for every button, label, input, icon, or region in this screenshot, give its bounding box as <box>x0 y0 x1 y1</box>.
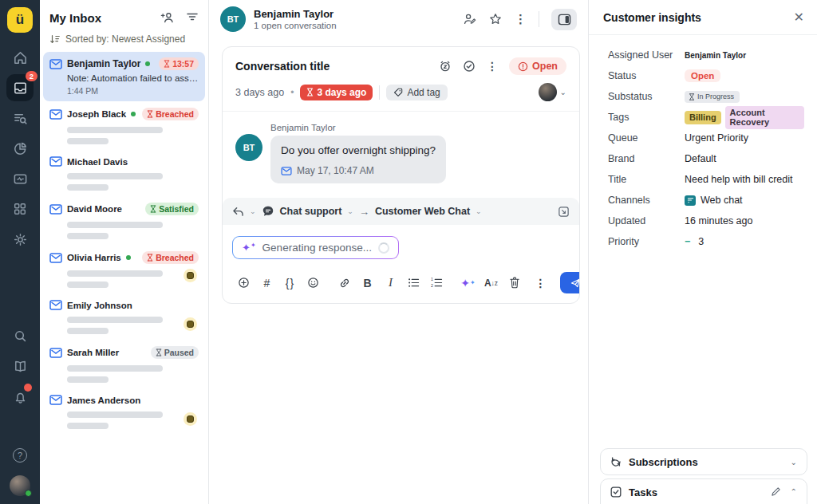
chevron-down-icon[interactable]: ⌄ <box>347 207 353 215</box>
list-item[interactable]: Michael Davis <box>43 151 205 196</box>
hashtag-icon[interactable]: # <box>255 274 278 293</box>
variables-icon[interactable]: {} <box>278 274 302 293</box>
chevron-down-icon[interactable]: ⌄ <box>476 207 482 215</box>
composer-menu-icon[interactable]: ⋮ <box>529 274 552 293</box>
sort-icon[interactable] <box>49 33 61 45</box>
substatus-badge[interactable]: In Progress <box>685 91 740 103</box>
priority-value: 3 <box>698 236 704 247</box>
tasks-label: Tasks <box>629 486 764 498</box>
list-item[interactable]: James Anderson <box>43 389 205 435</box>
list-item[interactable]: David Moore Satisfied <box>43 197 205 245</box>
italic-icon[interactable]: I <box>379 274 402 293</box>
field-label: Brand <box>608 153 685 164</box>
edit-pencil-icon[interactable] <box>771 486 781 497</box>
knowledge-book-icon[interactable] <box>6 352 34 380</box>
assign-user-icon[interactable] <box>462 12 476 26</box>
reports-pie-icon[interactable] <box>6 135 34 162</box>
field-label: Assigned User <box>608 49 685 61</box>
add-person-icon[interactable] <box>160 10 175 25</box>
field-label: Tags <box>608 112 685 123</box>
preview-note: Note: Automation failed to assign... <box>67 73 199 83</box>
side-panel-toggle[interactable] <box>551 9 577 30</box>
chevron-down-icon[interactable]: ⌄ <box>791 458 797 467</box>
statistics-icon[interactable] <box>6 165 34 192</box>
settings-gear-icon[interactable] <box>6 226 34 253</box>
expand-composer-icon[interactable] <box>558 206 570 218</box>
global-search-icon[interactable] <box>6 322 34 349</box>
add-tag-button[interactable]: Add tag <box>386 85 447 100</box>
gold-emoji-badge <box>184 269 197 282</box>
inbox-icon[interactable]: 2 <box>6 74 34 101</box>
close-icon[interactable]: ✕ <box>794 10 804 25</box>
star-icon[interactable] <box>488 12 503 26</box>
more-options-icon[interactable]: ⋮ <box>515 12 527 26</box>
assignee-selector[interactable]: ⌄ <box>539 83 566 101</box>
divider <box>379 85 380 100</box>
ai-generating-indicator[interactable]: ✦✦ Generating response... <box>232 236 399 259</box>
bold-icon[interactable]: B <box>356 274 379 293</box>
list-item[interactable]: Emily Johnson <box>43 294 205 340</box>
tag-billing[interactable]: Billing <box>685 111 721 124</box>
envelope-icon <box>49 109 62 120</box>
tasks-card[interactable]: Tasks ⌃ <box>600 478 807 504</box>
bullet-list-icon[interactable] <box>402 274 425 293</box>
sorted-by-label: Sorted by: Newest Assigned <box>65 33 185 45</box>
destination-select[interactable]: Customer Web Chat <box>375 206 470 217</box>
field-row: Status Open <box>608 65 804 86</box>
refresh-icon <box>610 456 622 467</box>
generating-label: Generating response... <box>262 242 372 254</box>
snooze-icon[interactable] <box>439 60 452 73</box>
send-button[interactable]: Send <box>560 272 580 293</box>
nav-rail: ü 2 <box>0 0 40 504</box>
field-label: Substatus <box>608 91 685 102</box>
contact-name: Michael Davis <box>67 157 128 167</box>
brand-logo[interactable]: ü <box>7 7 33 33</box>
emoji-icon[interactable] <box>302 274 325 293</box>
subscriptions-label: Subscriptions <box>629 456 783 468</box>
composer-toolbar: # {} B I 12 ✦✦ A↓z <box>223 266 579 303</box>
brand-value: Default <box>685 153 716 164</box>
customer-name: Benjamin Taylor <box>254 8 337 21</box>
app-window: ü 2 <box>0 0 817 504</box>
contact-name: Joseph Black <box>67 109 126 119</box>
numbered-list-icon[interactable]: 12 <box>425 274 448 293</box>
status-open-pill[interactable]: Open <box>509 57 566 75</box>
list-item[interactable]: Benjamin Taylor 13:57 Note: Automation f… <box>43 52 205 101</box>
help-icon[interactable]: ? <box>6 442 34 469</box>
gold-emoji-badge <box>184 317 197 331</box>
list-item[interactable]: Olivia Harris Breached <box>43 246 205 293</box>
reply-arrow-icon[interactable] <box>232 207 244 217</box>
field-row: Assigned User Benjamin Taylor <box>608 45 804 65</box>
translate-icon[interactable]: A↓z <box>480 274 503 293</box>
home-icon[interactable] <box>6 44 34 71</box>
conversation-title: Conversation title <box>235 60 439 73</box>
field-row: Priority −3 <box>608 231 804 252</box>
tag-account-recovery[interactable]: Account Recovery <box>725 106 804 129</box>
ai-assist-icon[interactable]: ✦✦ <box>456 274 480 293</box>
status-open-badge[interactable]: Open <box>685 69 720 82</box>
conversation-menu-icon[interactable]: ⋮ <box>487 60 498 73</box>
search-conversations-icon[interactable] <box>6 104 34 132</box>
link-icon[interactable] <box>333 274 356 293</box>
list-item[interactable]: Joseph Black Breached <box>43 102 205 150</box>
field-row: Queue Urgent Priority <box>608 128 804 148</box>
updated-value: 16 minutes ago <box>685 215 752 226</box>
insert-plus-icon[interactable] <box>232 274 255 293</box>
filter-icon[interactable] <box>186 10 199 25</box>
notifications-bell-icon[interactable] <box>6 383 34 410</box>
field-row: Channels Web chat <box>608 190 804 211</box>
list-item[interactable]: Sarah Miller Paused <box>43 341 205 388</box>
subscriptions-card[interactable]: Subscriptions ⌄ <box>600 448 807 475</box>
sla-breached-badge: Breached <box>142 108 199 120</box>
envelope-icon <box>49 156 62 167</box>
reply-channel-select[interactable]: Chat support <box>280 206 342 217</box>
conversation-card: Conversation title ⋮ Open 3 days <box>222 46 580 304</box>
chevron-down-icon[interactable]: ⌄ <box>250 207 256 215</box>
placeholder-bar <box>67 222 163 228</box>
chevron-up-icon[interactable]: ⌃ <box>791 487 797 496</box>
close-conversation-icon[interactable] <box>463 60 476 73</box>
apps-grid-icon[interactable] <box>6 195 34 222</box>
user-avatar[interactable] <box>10 475 30 496</box>
trash-icon[interactable] <box>503 274 526 293</box>
customer-avatar: BT <box>220 6 246 32</box>
